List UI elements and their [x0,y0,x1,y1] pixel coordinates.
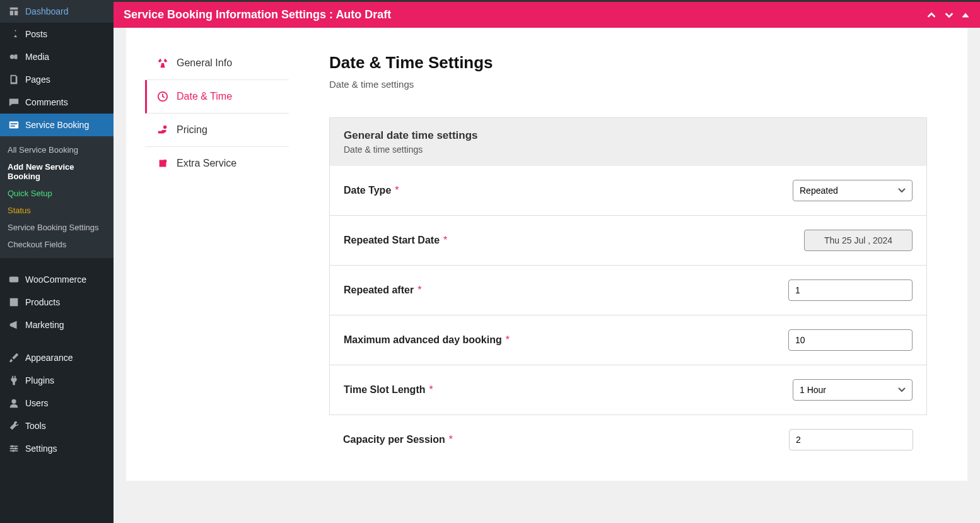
media-icon [8,50,20,63]
svg-rect-2 [11,123,18,124]
tab-pricing[interactable]: Pricing [145,114,289,147]
settings-tabs: General Info Date & Time Pricing Extra S… [126,28,289,481]
sidebar-item-marketing[interactable]: Marketing [0,314,114,336]
field-capacity: Capacity per Session* [329,415,927,455]
repeated-after-input[interactable] [788,279,913,301]
user-icon [8,397,20,409]
date-type-select[interactable]: Repeated [793,180,913,201]
panel-up-icon[interactable] [926,9,937,21]
service-booking-icon [8,119,20,131]
field-max-advance: Maximum advanced day booking* [329,315,927,365]
sidebar-label: Tools [25,421,46,431]
sidebar-item-service-booking[interactable]: Service Booking [0,114,114,136]
panel-toggle-icon[interactable] [961,11,970,20]
sidebar-item-users[interactable]: Users [0,392,114,414]
hand-money-icon [156,124,169,136]
field-label: Repeated Start Date* [344,235,447,246]
field-label: Capacity per Session* [343,434,453,445]
tab-label: General Info [177,57,232,69]
sidebar-item-settings[interactable]: Settings [0,437,114,460]
pin-icon [8,28,20,40]
tab-extra-service[interactable]: Extra Service [145,147,289,180]
sidebar-item-plugins[interactable]: Plugins [0,369,114,392]
slot-length-select[interactable]: 1 Hour [793,379,913,401]
panel-header: Service Booking Information Settings : A… [114,2,980,28]
svg-point-15 [163,160,166,163]
start-date-input[interactable] [804,230,913,251]
block-header: General date time settings Date & time s… [329,117,927,166]
sidebar-item-appearance[interactable]: Appearance [0,346,114,369]
settings-icon [8,442,20,455]
sidebar-sub-quick-setup[interactable]: Quick Setup [0,185,114,202]
block-title: General date time settings [344,129,913,142]
sidebar-label: Marketing [25,320,64,330]
svg-point-11 [15,447,17,450]
field-label: Time Slot Length* [344,384,433,396]
tab-label: Extra Service [177,158,236,169]
sidebar-label: Products [25,297,60,307]
tab-label: Pricing [177,124,207,136]
sidebar-label: Appearance [25,353,73,363]
tab-label: Date & Time [177,91,232,102]
sidebar-label: Media [25,52,49,62]
sidebar-item-dashboard[interactable]: Dashboard [0,0,114,23]
dashboard-icon [8,5,20,18]
sidebar-sub-settings[interactable]: Service Booking Settings [0,219,114,236]
tools-icon [156,57,169,69]
plugin-icon [8,374,20,387]
sidebar-sub-all-booking[interactable]: All Service Booking [0,141,114,158]
panel-title: Service Booking Information Settings : A… [124,8,391,21]
field-label: Date Type* [344,185,399,196]
sidebar-label: Users [25,398,49,408]
brush-icon [8,351,20,364]
sidebar-label: Pages [25,74,50,85]
clock-icon [156,90,169,103]
sidebar-item-posts[interactable]: Posts [0,23,114,45]
field-slot-length: Time Slot Length* 1 Hour [329,365,927,415]
form-panel: Date & Time Settings Date & time setting… [289,28,967,481]
sidebar-item-media[interactable]: Media [0,45,114,68]
woocommerce-icon [8,273,20,286]
sidebar-label: Comments [25,97,68,107]
sidebar-item-pages[interactable]: Pages [0,68,114,91]
sidebar-label: Dashboard [25,6,69,16]
svg-point-14 [163,126,166,129]
svg-rect-3 [11,126,15,127]
sidebar-label: Posts [25,29,47,39]
svg-point-0 [10,54,15,59]
extra-icon [156,157,169,170]
svg-point-6 [11,399,16,404]
sidebar-label: Settings [25,444,57,454]
tab-date-time[interactable]: Date & Time [145,80,289,114]
svg-rect-5 [10,298,18,307]
svg-rect-4 [9,277,18,283]
tab-general-info[interactable]: General Info [145,47,289,80]
main-content: Service Booking Information Settings : A… [114,0,980,523]
block-subtitle: Date & time settings [344,144,913,155]
sidebar-label: Plugins [25,375,54,385]
sidebar-submenu: All Service Booking Add New Service Book… [0,136,114,258]
sidebar-sub-status[interactable]: Status [0,202,114,219]
sidebar-item-comments[interactable]: Comments [0,91,114,114]
field-date-type: Date Type* Repeated [329,166,927,216]
sidebar-sub-checkout[interactable]: Checkout Fields [0,236,114,253]
svg-point-10 [11,445,14,448]
section-subtitle: Date & time settings [329,79,927,90]
capacity-input[interactable] [789,429,913,450]
panel-down-icon[interactable] [943,9,955,21]
sidebar-item-products[interactable]: Products [0,291,114,314]
sidebar-item-tools[interactable]: Tools [0,414,114,437]
field-start-date: Repeated Start Date* [329,216,927,266]
pages-icon [8,73,20,86]
field-repeated-after: Repeated after* [329,266,927,315]
svg-rect-1 [9,122,18,129]
marketing-icon [8,319,20,331]
comment-icon [8,96,20,109]
wrench-icon [8,420,20,432]
sidebar-label: Service Booking [25,120,89,130]
field-label: Maximum advanced day booking* [344,334,510,346]
max-advance-input[interactable] [788,329,913,351]
admin-sidebar: Dashboard Posts Media Pages Comments Ser… [0,0,114,523]
sidebar-sub-add-new[interactable]: Add New Service Booking [0,158,114,185]
sidebar-item-woocommerce[interactable]: WooCommerce [0,268,114,291]
